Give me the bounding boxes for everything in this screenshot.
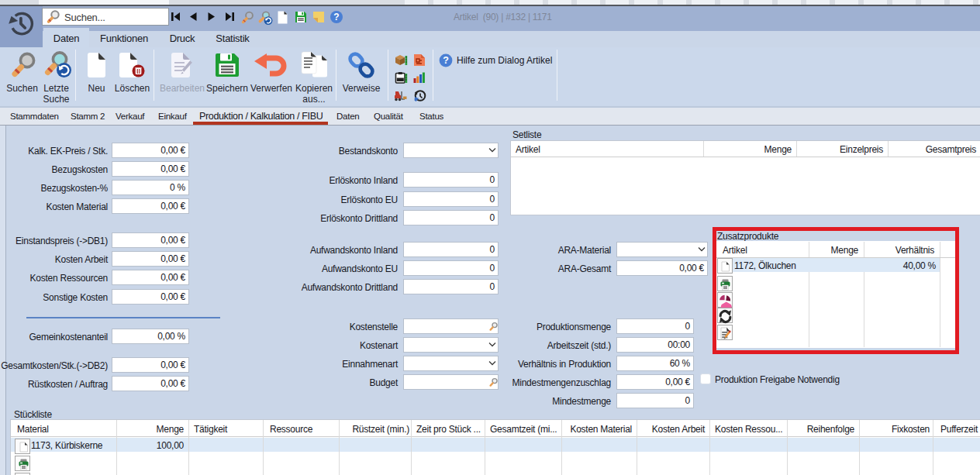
svg-text:?: ? [333,12,339,22]
svg-text:?: ? [443,55,449,66]
